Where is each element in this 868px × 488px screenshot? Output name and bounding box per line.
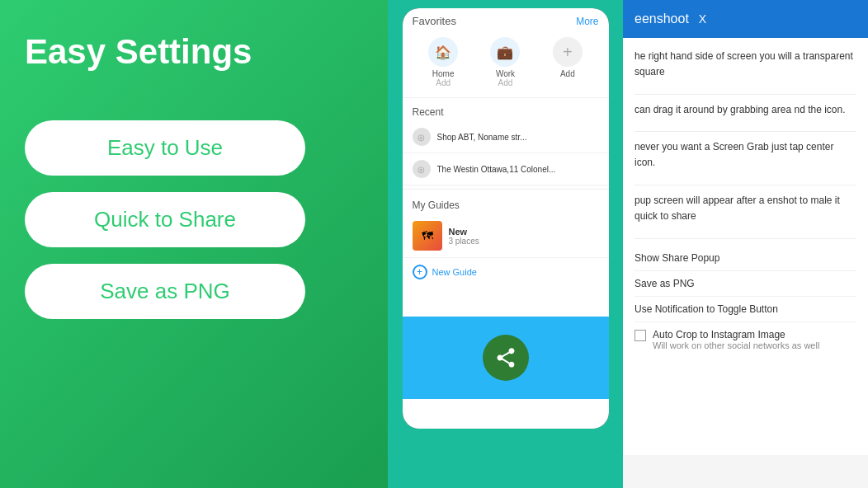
checkbox-input[interactable] <box>634 330 646 341</box>
easy-to-use-button[interactable]: Easy to Use <box>25 120 305 176</box>
divider-r3 <box>634 185 856 185</box>
option-label-1: Show Share Popup <box>634 252 719 264</box>
right-bottom <box>623 455 868 488</box>
checkbox-sublabel: Will work on other social networks as we… <box>653 340 819 350</box>
instruction-4: pup screen will appear after a enshot to… <box>634 192 856 223</box>
home-icon: 🏠 <box>428 37 458 67</box>
instruction-text-3: never you want a Screen Grab just tap ce… <box>634 141 833 168</box>
instruction-text-4: pup screen will appear after a enshot to… <box>634 195 840 222</box>
home-sublabel: Add <box>436 78 451 87</box>
divider-r1 <box>634 94 856 95</box>
option-row-3[interactable]: Use Notification to Toggle Button <box>634 297 856 322</box>
instruction-text-2: can drag it around by grabbing area nd t… <box>634 104 846 115</box>
fav-item-add[interactable]: + Add <box>553 37 583 87</box>
phone-screen: Favorites More 🏠 Home Add 💼 Work Add + A… <box>403 8 609 429</box>
right-content: he right hand side of screen you will a … <box>623 38 868 455</box>
recent-item-2[interactable]: ◎ The Westin Ottawa,11 Colonel... <box>403 153 609 185</box>
guide-item-new[interactable]: 🗺 New 3 places <box>403 214 609 258</box>
save-as-png-button[interactable]: Save as PNG <box>25 264 305 319</box>
close-button[interactable]: X <box>699 12 706 26</box>
home-label: Home <box>432 69 455 78</box>
divider-r4 <box>634 238 856 239</box>
phone-device: Favorites More 🏠 Home Add 💼 Work Add + A… <box>403 8 609 429</box>
share-icon <box>494 346 517 369</box>
share-popup <box>403 317 609 399</box>
work-label: Work <box>496 69 515 78</box>
favorites-header: Favorites More <box>403 8 609 30</box>
more-link[interactable]: More <box>576 16 598 27</box>
app-title: Easy Settings <box>25 33 363 71</box>
work-icon: 💼 <box>490 37 520 67</box>
add-icon: + <box>553 37 583 67</box>
plus-icon: + <box>413 265 427 279</box>
checkbox-label-block: Auto Crop to Instagram Image Will work o… <box>653 329 819 350</box>
guide-places: 3 places <box>449 237 479 246</box>
checkbox-row[interactable]: Auto Crop to Instagram Image Will work o… <box>634 322 856 357</box>
option-label-2: Save as PNG <box>634 278 695 289</box>
instruction-2: can drag it around by grabbing area nd t… <box>634 101 856 117</box>
instruction-1: he right hand side of screen you will a … <box>634 48 856 79</box>
new-guide-label: New Guide <box>432 267 477 277</box>
recent-text-1: Shop ABT, Noname str... <box>437 133 527 142</box>
favorites-title: Favorites <box>413 15 456 27</box>
quick-to-share-label: Quick to Share <box>94 207 236 232</box>
recent-icon-1: ◎ <box>413 128 431 146</box>
right-panel: eenshoot X he right hand side of screen … <box>623 0 868 488</box>
add-label: Add <box>560 69 575 78</box>
my-guides-header: My Guides <box>403 193 609 214</box>
instruction-text-1: he right hand side of screen you will a … <box>634 50 853 77</box>
recent-text-2: The Westin Ottawa,11 Colonel... <box>437 165 556 174</box>
save-as-png-label: Save as PNG <box>100 279 230 304</box>
favorites-row: 🏠 Home Add 💼 Work Add + Add <box>403 30 609 94</box>
recent-item-1[interactable]: ◎ Shop ABT, Noname str... <box>403 121 609 153</box>
divider-r2 <box>634 131 856 132</box>
fav-item-home[interactable]: 🏠 Home Add <box>428 37 458 87</box>
recent-icon-2: ◎ <box>413 160 431 178</box>
share-button[interactable] <box>483 335 529 381</box>
divider-1 <box>403 97 609 98</box>
phone-section: Favorites More 🏠 Home Add 💼 Work Add + A… <box>388 0 623 488</box>
recent-header: Recent <box>403 101 609 121</box>
right-header: eenshoot X <box>623 0 868 38</box>
instruction-3: never you want a Screen Grab just tap ce… <box>634 138 856 170</box>
guide-info: New 3 places <box>449 227 479 246</box>
work-sublabel: Add <box>498 78 513 87</box>
right-header-title: eenshoot <box>634 12 689 26</box>
quick-to-share-button[interactable]: Quick to Share <box>25 192 305 247</box>
option-row-1[interactable]: Show Share Popup <box>634 246 856 271</box>
guide-name: New <box>449 227 479 237</box>
option-label-3: Use Notification to Toggle Button <box>634 303 778 315</box>
left-panel: Easy Settings Easy to Use Quick to Share… <box>0 0 388 488</box>
easy-to-use-label: Easy to Use <box>107 135 223 161</box>
checkbox-label: Auto Crop to Instagram Image <box>653 329 819 340</box>
new-guide-row[interactable]: + New Guide <box>403 258 609 286</box>
guide-thumbnail: 🗺 <box>413 221 442 251</box>
fav-item-work[interactable]: 💼 Work Add <box>490 37 520 87</box>
option-row-2[interactable]: Save as PNG <box>634 271 856 297</box>
divider-2 <box>403 189 609 190</box>
